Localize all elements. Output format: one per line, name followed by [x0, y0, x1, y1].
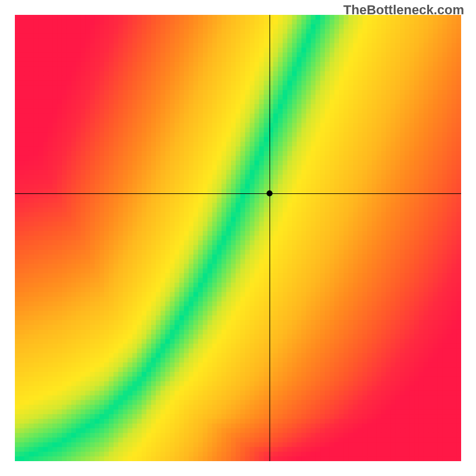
- data-point-marker: [267, 190, 273, 196]
- heatmap-canvas: [15, 15, 461, 461]
- watermark-text: TheBottleneck.com: [343, 2, 464, 18]
- crosshair-vertical: [270, 15, 270, 461]
- crosshair-horizontal: [15, 193, 461, 194]
- plot-area: [15, 15, 461, 461]
- chart-container: TheBottleneck.com: [0, 0, 476, 476]
